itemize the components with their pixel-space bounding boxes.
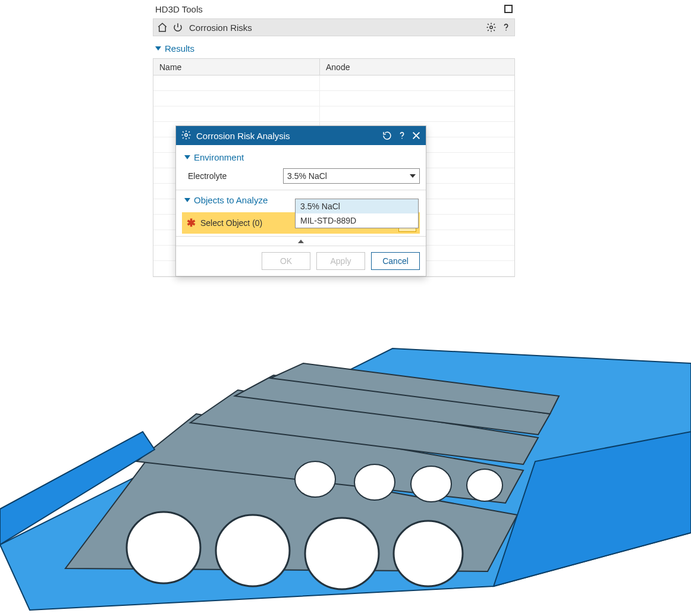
dialog-buttons: OK Apply Cancel [176, 246, 426, 276]
svg-point-3 [401, 138, 403, 139]
table-row[interactable] [153, 106, 514, 122]
svg-marker-7 [0, 348, 691, 610]
dropdown-option[interactable]: MIL-STD-889D [296, 213, 418, 228]
electrolyte-dropdown: 3.5% NaCl MIL-STD-889D [295, 199, 419, 228]
svg-point-20 [467, 469, 502, 501]
electrolyte-combo[interactable]: 3.5% NaCl [283, 168, 420, 184]
help-icon[interactable] [501, 22, 511, 33]
svg-point-18 [354, 464, 395, 500]
svg-marker-12 [271, 363, 559, 414]
dialog-titlebar[interactable]: Corrosion Risk Analysis [176, 126, 426, 145]
results-header[interactable]: Results [153, 41, 515, 56]
dropdown-option[interactable]: 3.5% NaCl [296, 199, 418, 213]
svg-point-1 [505, 30, 507, 31]
objects-label: Objects to Analyze [194, 195, 268, 205]
table-row[interactable] [153, 76, 514, 91]
hd3d-toolbar: Corrosion Risks [153, 18, 515, 36]
dialog-body: Environment Electrolyte 3.5% NaCl Object… [176, 145, 426, 246]
grid-header: Name Anode [153, 59, 514, 76]
svg-point-14 [216, 515, 290, 586]
close-icon[interactable] [412, 131, 421, 140]
results-label: Results [165, 43, 194, 54]
environment-label: Environment [194, 152, 244, 162]
ok-button[interactable]: OK [262, 252, 310, 270]
expand-bar[interactable] [176, 236, 426, 246]
svg-marker-9 [137, 414, 523, 503]
svg-point-17 [295, 461, 335, 497]
collapse-icon [155, 46, 161, 51]
electrolyte-value: 3.5% NaCl [287, 171, 327, 181]
settings-icon[interactable] [486, 22, 497, 33]
cad-viewport [0, 331, 691, 616]
svg-point-13 [127, 512, 200, 583]
svg-point-0 [490, 26, 493, 29]
electrolyte-label: Electrolyte [182, 171, 283, 181]
svg-marker-22 [0, 432, 155, 545]
svg-point-19 [411, 466, 451, 502]
apply-button[interactable]: Apply [316, 252, 365, 270]
table-row[interactable] [153, 91, 514, 106]
power-icon[interactable] [172, 22, 183, 33]
environment-header[interactable]: Environment [182, 150, 420, 165]
corrosion-risk-dialog: Corrosion Risk Analysis Environment Elec… [175, 125, 426, 276]
chevron-up-icon [298, 240, 304, 243]
svg-marker-10 [190, 390, 538, 464]
col-name-header[interactable]: Name [153, 59, 320, 75]
svg-marker-21 [494, 432, 691, 586]
gear-icon [181, 130, 191, 142]
hd3d-titlebar: HD3D Tools [153, 2, 515, 18]
breadcrumb: Corrosion Risks [188, 23, 481, 33]
home-icon[interactable] [157, 22, 168, 33]
help-icon[interactable] [397, 130, 407, 141]
svg-point-15 [305, 518, 379, 589]
maximize-icon[interactable] [504, 5, 513, 13]
svg-point-2 [185, 133, 188, 136]
reset-icon[interactable] [382, 130, 392, 141]
hd3d-title: HD3D Tools [155, 4, 203, 14]
col-anode-header[interactable]: Anode [320, 59, 514, 75]
divider [176, 190, 426, 190]
dialog-title: Corrosion Risk Analysis [196, 131, 377, 141]
required-asterisk-icon: ✱ [187, 216, 196, 230]
electrolyte-row: Electrolyte 3.5% NaCl [182, 167, 420, 185]
chevron-down-icon [410, 174, 416, 178]
cancel-button[interactable]: Cancel [371, 252, 420, 270]
svg-point-16 [394, 521, 463, 586]
svg-marker-8 [65, 450, 517, 571]
svg-marker-11 [235, 375, 550, 435]
collapse-icon [184, 198, 190, 202]
collapse-icon [184, 155, 190, 159]
